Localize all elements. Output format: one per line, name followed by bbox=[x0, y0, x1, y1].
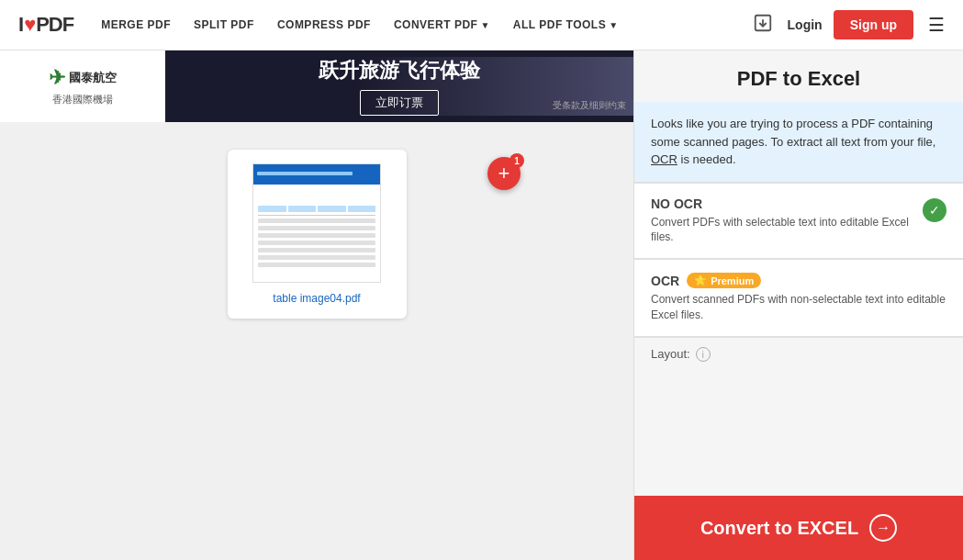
ad-content: 跃升旅游飞行体验 立即订票 受条款及细则约束 bbox=[165, 57, 633, 116]
convert-to-excel-button[interactable]: Convert to EXCEL → bbox=[634, 496, 963, 560]
logo-i: I bbox=[18, 13, 23, 36]
ocr-option[interactable]: OCR ⭐ Premium Convert scanned PDFs with … bbox=[634, 259, 963, 336]
no-ocr-content: NO OCR Convert PDFs with selectable text… bbox=[651, 196, 912, 246]
add-files-button[interactable]: + 1 bbox=[487, 157, 521, 190]
convert-dropdown-icon: ▼ bbox=[480, 20, 489, 30]
hamburger-button[interactable]: ☰ bbox=[928, 14, 945, 36]
logo-pdf: PDF bbox=[36, 13, 73, 36]
info-text-before: Looks like you are trying to process a P… bbox=[651, 117, 935, 149]
left-panel: ✈ 國泰航空 香港國際機場 跃升旅游飞行体验 立即订票 受条款及细则约束 bbox=[0, 50, 633, 560]
no-ocr-desc: Convert PDFs with selectable text into e… bbox=[651, 215, 912, 246]
info-text-needed: is needed. bbox=[681, 152, 736, 166]
no-ocr-option[interactable]: NO OCR Convert PDFs with selectable text… bbox=[634, 183, 963, 259]
info-icon[interactable]: i bbox=[696, 347, 711, 362]
premium-star-icon: ⭐ bbox=[694, 274, 707, 286]
nav-compress-pdf[interactable]: COMPRESS PDF bbox=[277, 18, 371, 31]
page-title: PDF to Excel bbox=[634, 50, 963, 102]
premium-badge: ⭐ Premium bbox=[687, 273, 761, 288]
ocr-desc: Convert scanned PDFs with non-selectable… bbox=[651, 292, 946, 323]
logo-text: I♥PDF bbox=[18, 13, 73, 37]
nav-right: Login Sign up ☰ bbox=[749, 9, 945, 41]
convert-btn-container: Convert to EXCEL → bbox=[634, 487, 963, 560]
table-preview bbox=[253, 183, 380, 272]
download-button[interactable] bbox=[749, 9, 777, 41]
check-icon: ✓ bbox=[923, 198, 946, 222]
ocr-link[interactable]: OCR bbox=[651, 152, 677, 166]
cathay-bird-icon: ✈ bbox=[49, 66, 65, 90]
file-name: table image04.pdf bbox=[273, 292, 360, 305]
airline-name: 國泰航空 bbox=[69, 70, 117, 86]
convert-btn-label: Convert to EXCEL bbox=[700, 518, 858, 539]
ad-disclaimer: 受条款及细则约束 bbox=[553, 99, 626, 112]
ad-airline-logo: ✈ 國泰航空 bbox=[49, 66, 117, 90]
right-panel: PDF to Excel Looks like you are trying t… bbox=[633, 50, 963, 560]
ad-headline: 跃升旅游飞行体验 bbox=[319, 57, 480, 84]
thumbnail-inner bbox=[253, 164, 380, 282]
ad-banner[interactable]: ✈ 國泰航空 香港國際機場 跃升旅游飞行体验 立即订票 受条款及细则约束 bbox=[0, 50, 633, 122]
layout-label: Layout: bbox=[651, 347, 690, 361]
signup-button[interactable]: Sign up bbox=[834, 10, 913, 39]
logo[interactable]: I♥PDF bbox=[18, 13, 73, 37]
all-tools-dropdown-icon: ▼ bbox=[609, 20, 618, 30]
ad-logo-section: ✈ 國泰航空 香港國際機場 bbox=[0, 50, 165, 122]
login-button[interactable]: Login bbox=[788, 17, 823, 32]
nav-all-tools[interactable]: ALL PDF TOOLS ▼ bbox=[513, 18, 619, 31]
ocr-label: OCR ⭐ Premium bbox=[651, 273, 946, 288]
ocr-content: OCR ⭐ Premium Convert scanned PDFs with … bbox=[651, 273, 946, 323]
layout-section: Layout: i bbox=[634, 337, 963, 367]
nav-split-pdf[interactable]: SPLIT PDF bbox=[194, 18, 254, 31]
plus-icon: + bbox=[498, 163, 510, 184]
file-area: table image04.pdf + 1 bbox=[0, 122, 633, 337]
info-box: Looks like you are trying to process a P… bbox=[634, 102, 963, 182]
arrow-circle-icon: → bbox=[869, 514, 897, 542]
navbar: I♥PDF MERGE PDF SPLIT PDF COMPRESS PDF C… bbox=[0, 0, 963, 50]
nav-links: MERGE PDF SPLIT PDF COMPRESS PDF CONVERT… bbox=[101, 18, 748, 31]
ad-text: 跃升旅游飞行体验 立即订票 bbox=[319, 57, 480, 116]
main-container: ✈ 國泰航空 香港國際機場 跃升旅游飞行体验 立即订票 受条款及细则约束 bbox=[0, 50, 963, 560]
file-card: table image04.pdf bbox=[228, 150, 407, 319]
download-icon bbox=[753, 18, 773, 37]
no-ocr-label: NO OCR bbox=[651, 196, 912, 211]
nav-merge-pdf[interactable]: MERGE PDF bbox=[101, 18, 171, 31]
ad-cta-button[interactable]: 立即订票 bbox=[360, 90, 439, 116]
nav-convert-pdf[interactable]: CONVERT PDF ▼ bbox=[394, 18, 490, 31]
add-files-badge: 1 bbox=[509, 153, 524, 168]
file-thumbnail bbox=[252, 163, 381, 283]
logo-heart: ♥ bbox=[24, 13, 35, 36]
add-files-wrapper: + 1 bbox=[547, 139, 580, 172]
airline-sub: 香港國際機場 bbox=[52, 93, 113, 106]
